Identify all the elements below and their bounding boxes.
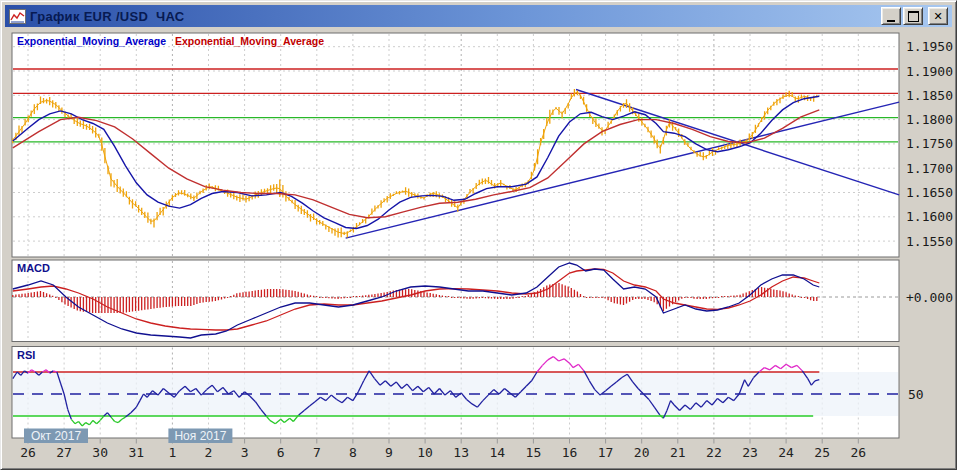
x-axis-label: 26 (850, 445, 866, 460)
x-axis-label: 31 (128, 445, 144, 460)
maximize-button[interactable] (903, 7, 923, 25)
rsi-title: RSI (17, 349, 35, 361)
x-axis-label: 15 (526, 445, 542, 460)
minimize-icon (887, 11, 895, 22)
y-axis-label: 1.1600 (906, 209, 953, 224)
legend-ema-fast: Exponential_Moving_Average (17, 35, 166, 47)
x-axis-label: 7 (313, 445, 321, 460)
x-axis-label: 8 (349, 445, 357, 460)
y-axis-label: 1.1850 (906, 88, 953, 103)
x-axis-label: 1 (168, 445, 176, 460)
window-title: График EUR /USD ЧАС (30, 9, 184, 24)
price-axis: 1.19501.19001.18501.18001.17501.17001.16… (906, 39, 953, 248)
x-axis-label: 24 (778, 445, 794, 460)
x-axis-label: 17 (598, 445, 614, 460)
month-label: Окт 2017 (31, 429, 82, 443)
rsi-mid-label: 50 (908, 387, 924, 402)
y-axis-label: 1.1550 (906, 234, 953, 249)
x-axis-label: 3 (241, 445, 249, 460)
y-axis-label: 1.1950 (906, 39, 953, 54)
x-axis-label: 9 (385, 445, 393, 460)
x-axis-label: 26 (20, 445, 36, 460)
close-button[interactable]: ✕ (928, 7, 948, 25)
y-axis-label: 1.1750 (906, 136, 953, 151)
x-axis-label: 23 (742, 445, 758, 460)
x-axis-label: 16 (562, 445, 578, 460)
macd-zero-label: +0.000 (906, 290, 953, 305)
x-axis-label: 22 (706, 445, 722, 460)
x-axis-label: 2 (205, 445, 213, 460)
chart-window: Exponential_Moving_AverageExponential_Mo… (0, 0, 957, 470)
x-axis-label: 10 (417, 445, 433, 460)
x-axis-label: 6 (277, 445, 285, 460)
month-label: Ноя 2017 (174, 429, 226, 443)
title-bar[interactable]: График EUR /USD ЧАС ✕ (5, 5, 952, 27)
minimize-button[interactable] (881, 7, 901, 25)
x-axis-label: 30 (92, 445, 108, 460)
macd-title: MACD (17, 262, 50, 274)
main-panel[interactable] (12, 33, 899, 257)
x-axis-label: 25 (814, 445, 830, 460)
close-icon: ✕ (933, 10, 942, 21)
y-axis-label: 1.1700 (906, 161, 953, 176)
x-axis-label: 20 (634, 445, 650, 460)
y-axis-label: 1.1800 (906, 112, 953, 127)
x-axis-label: 13 (453, 445, 469, 460)
window-controls: ✕ (881, 7, 950, 25)
x-axis-label: 27 (56, 445, 72, 460)
x-axis-label: 21 (670, 445, 686, 460)
y-axis-label: 1.1900 (906, 64, 953, 79)
maximize-icon (908, 11, 919, 22)
y-axis-label: 1.1650 (906, 185, 953, 200)
chart-icon (9, 9, 26, 24)
x-axis-label: 14 (489, 445, 505, 460)
price-chart-canvas[interactable]: Exponential_Moving_AverageExponential_Mo… (1, 1, 957, 470)
legend-ema-slow: Exponential_Moving_Average (175, 35, 324, 47)
